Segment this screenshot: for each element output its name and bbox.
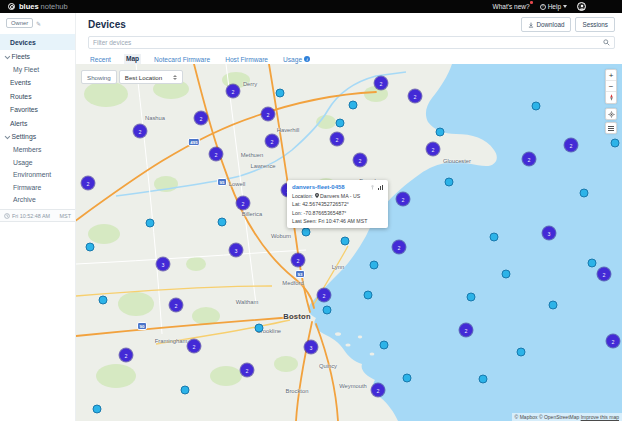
download-button[interactable]: Download <box>521 17 571 32</box>
sidebar-item-devices[interactable]: Devices <box>0 34 75 50</box>
cluster-marker[interactable]: 2 <box>331 133 344 146</box>
device-marker[interactable] <box>341 237 350 246</box>
device-marker[interactable] <box>532 102 541 111</box>
device-marker[interactable] <box>370 261 379 270</box>
tab-recent[interactable]: Recent <box>88 55 113 65</box>
device-marker[interactable] <box>336 119 345 128</box>
osm-attribution-link[interactable]: © OpenStreetMap <box>539 414 579 420</box>
device-marker[interactable] <box>99 296 108 305</box>
search-icon[interactable] <box>603 39 610 46</box>
device-marker[interactable] <box>93 405 102 414</box>
sidebar-item-archive[interactable]: Archive <box>0 194 75 207</box>
device-marker[interactable] <box>580 189 589 198</box>
device-marker[interactable] <box>276 89 285 98</box>
device-marker[interactable] <box>380 341 389 350</box>
cluster-marker[interactable]: 2 <box>195 112 208 125</box>
tab-label: Notecard Firmware <box>154 56 210 63</box>
device-marker[interactable] <box>549 301 558 310</box>
cluster-marker[interactable]: 3 <box>543 227 556 240</box>
sidebar-item-my-fleet[interactable]: My Fleet <box>0 64 75 77</box>
sessions-button[interactable]: Sessions <box>575 17 615 32</box>
cluster-marker[interactable]: 2 <box>292 254 305 267</box>
improve-map-link[interactable]: Improve this map <box>581 414 619 420</box>
cluster-marker[interactable]: 3 <box>157 258 170 271</box>
cluster-marker[interactable]: 2 <box>460 324 473 337</box>
cluster-marker[interactable]: 2 <box>409 90 422 103</box>
geolocate-button[interactable] <box>606 109 616 120</box>
cluster-marker[interactable]: 2 <box>372 384 385 397</box>
tab-usage[interactable]: Usagei <box>281 55 312 65</box>
device-marker[interactable] <box>588 259 597 268</box>
sidebar-item-events[interactable]: Events <box>0 76 75 90</box>
mapbox-attribution-link[interactable]: © Mapbox <box>515 414 538 420</box>
device-name-link[interactable]: danvers-fleet-0458 <box>292 184 345 190</box>
cluster-marker[interactable]: 2 <box>266 135 279 148</box>
cluster-marker[interactable]: 2 <box>565 139 578 152</box>
help-menu[interactable]: ? Help <box>540 3 567 10</box>
cluster-marker[interactable]: 2 <box>227 85 240 98</box>
cluster-marker[interactable]: 2 <box>170 299 183 312</box>
device-marker[interactable] <box>517 348 526 357</box>
cluster-marker[interactable]: 3 <box>305 341 318 354</box>
device-marker[interactable] <box>467 293 476 302</box>
cluster-marker[interactable]: 2 <box>375 77 388 90</box>
device-marker[interactable] <box>181 386 190 395</box>
sidebar-item-favorites[interactable]: Favorites <box>0 103 75 117</box>
device-marker[interactable] <box>502 270 511 279</box>
sidebar-item-environment[interactable]: Environment <box>0 169 75 182</box>
filter-input[interactable] <box>89 39 603 46</box>
device-marker[interactable] <box>218 218 227 227</box>
zoom-out-button[interactable]: − <box>606 81 616 92</box>
cluster-marker[interactable]: 2 <box>523 153 536 166</box>
device-marker[interactable] <box>302 228 311 237</box>
device-marker[interactable] <box>611 139 620 148</box>
cluster-marker[interactable]: 2 <box>318 289 331 302</box>
device-marker[interactable] <box>403 374 412 383</box>
device-marker[interactable] <box>436 128 445 137</box>
sidebar-item-routes[interactable]: Routes <box>0 90 75 104</box>
device-marker[interactable] <box>323 306 332 315</box>
device-marker[interactable] <box>86 243 95 252</box>
cluster-marker[interactable]: 2 <box>354 154 367 167</box>
zoom-in-button[interactable]: + <box>606 70 616 81</box>
sidebar-item-alerts[interactable]: Alerts <box>0 117 75 131</box>
sidebar-item-firmware[interactable]: Firmware <box>0 181 75 194</box>
device-marker[interactable] <box>445 178 454 187</box>
blues-notehub-logo[interactable]: blues notehub <box>8 2 68 11</box>
device-marker[interactable] <box>349 101 358 110</box>
sidebar-item-members[interactable]: Members <box>0 144 75 157</box>
sidebar-item-fleets[interactable]: Fleets <box>0 50 75 64</box>
cluster-marker[interactable]: 2 <box>120 349 133 362</box>
tab-host-firmware[interactable]: Host Firmware <box>223 55 270 65</box>
cluster-marker[interactable]: 2 <box>188 340 201 353</box>
device-marker[interactable] <box>490 233 499 242</box>
cluster-marker[interactable]: 3 <box>230 244 243 257</box>
tab-notecard-firmware[interactable]: Notecard Firmware <box>152 55 212 65</box>
device-marker[interactable] <box>255 324 264 333</box>
cluster-marker[interactable]: 2 <box>393 241 406 254</box>
cluster-marker[interactable]: 2 <box>210 148 223 161</box>
whats-new-link[interactable]: What's new? <box>493 3 530 10</box>
pencil-icon[interactable]: ✎ <box>36 20 41 27</box>
cluster-marker[interactable]: 2 <box>607 335 620 348</box>
compass-button[interactable] <box>606 92 616 103</box>
device-marker[interactable] <box>479 375 488 384</box>
cluster-marker[interactable]: 2 <box>82 177 95 190</box>
avatar[interactable] <box>577 2 586 11</box>
cluster-marker[interactable]: 2 <box>427 143 440 156</box>
device-marker[interactable] <box>364 291 373 300</box>
cluster-marker[interactable]: 2 <box>241 364 254 377</box>
cluster-marker[interactable]: 2 <box>134 125 147 138</box>
cluster-marker[interactable]: 2 <box>237 197 250 210</box>
info-icon[interactable]: i <box>304 56 310 62</box>
layers-button[interactable] <box>606 123 616 134</box>
cluster-marker[interactable]: 2 <box>397 193 410 206</box>
sidebar-item-settings[interactable]: Settings <box>0 130 75 144</box>
location-type-select[interactable]: Best Location <box>119 70 183 84</box>
map-canvas[interactable]: DerryNashuaHaverhillMethuenLawrenceLowel… <box>76 64 622 421</box>
cluster-marker[interactable]: 2 <box>262 108 275 121</box>
cluster-marker[interactable]: 2 <box>598 268 611 281</box>
lon-label: Lon: <box>292 210 302 216</box>
device-marker[interactable] <box>146 219 155 228</box>
sidebar-item-usage[interactable]: Usage <box>0 156 75 169</box>
